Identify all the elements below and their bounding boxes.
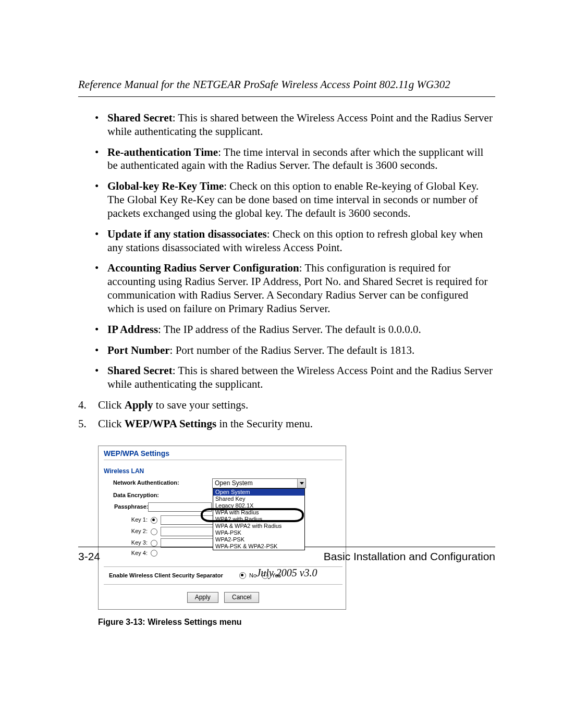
label-key3: Key 3: bbox=[108, 539, 151, 547]
page-number: 3-24 bbox=[78, 550, 100, 563]
numbered-steps: Click Apply to save your settings. Click… bbox=[78, 399, 495, 431]
bullet-term: Shared Secret bbox=[107, 364, 173, 377]
dropdown-option[interactable]: WPA-PSK bbox=[213, 529, 304, 536]
bullet-text: : The IP address of the Radius Server. T… bbox=[158, 323, 421, 336]
figure-caption: Figure 3-13: Wireless Settings menu bbox=[98, 617, 495, 627]
step-strong: Apply bbox=[125, 399, 153, 411]
passphrase-input[interactable] bbox=[148, 502, 212, 512]
bullet-item: IP Address: The IP address of the Radius… bbox=[107, 323, 495, 337]
label-data-encryption: Data Encryption: bbox=[104, 492, 212, 499]
select-current-value: Open System bbox=[213, 479, 305, 488]
chevron-down-icon[interactable] bbox=[297, 479, 305, 488]
header-rule bbox=[78, 96, 495, 97]
cancel-button[interactable]: Cancel bbox=[224, 592, 259, 603]
bullet-term: Shared Secret bbox=[107, 112, 173, 124]
bullet-list: Shared Secret: This is shared between th… bbox=[78, 112, 495, 391]
bullet-text: : Port number of the Radius Server. The … bbox=[170, 344, 415, 356]
step-pre: Click bbox=[98, 399, 125, 411]
wep-wpa-settings-panel: WEP/WPA Settings Wireless LAN Network Au… bbox=[98, 446, 346, 610]
bullet-term: Global-key Re-Key Time bbox=[107, 180, 224, 192]
running-header: Reference Manual for the NETGEAR ProSafe… bbox=[78, 78, 495, 91]
apply-button[interactable]: Apply bbox=[187, 592, 218, 603]
dropdown-option[interactable]: Open System bbox=[213, 489, 304, 496]
dropdown-option[interactable]: Legacy 802.1X bbox=[213, 502, 304, 509]
wireless-lan-title: Wireless LAN bbox=[104, 467, 342, 475]
network-authentication-select[interactable]: Open System Open System Shared Key Legac… bbox=[212, 478, 306, 488]
page: Reference Manual for the NETGEAR ProSafe… bbox=[0, 0, 563, 728]
dropdown-option[interactable]: WPA with Radius bbox=[213, 509, 304, 516]
bullet-term: IP Address bbox=[107, 323, 158, 336]
dropdown-option[interactable]: WPA & WPA2 with Radius bbox=[213, 523, 304, 529]
bullet-term: Accounting Radius Server Configuration bbox=[107, 262, 299, 274]
bullet-item: Shared Secret: This is shared between th… bbox=[107, 364, 495, 391]
step-item: Click WEP/WPA Settings in the Security m… bbox=[78, 417, 495, 431]
label-key2: Key 2: bbox=[108, 528, 151, 535]
dropdown-option[interactable]: WPA-PSK & WPA2-PSK bbox=[213, 543, 304, 550]
radio-key3[interactable] bbox=[151, 540, 157, 547]
button-row: Apply Cancel bbox=[104, 592, 342, 603]
bullet-term: Update if any station disassociates bbox=[107, 228, 267, 240]
panel-title: WEP/WPA Settings bbox=[104, 449, 342, 458]
bullet-item: Port Number: Port number of the Radius S… bbox=[107, 344, 495, 357]
radio-key1[interactable] bbox=[151, 517, 157, 524]
bullet-term: Port Number bbox=[107, 344, 170, 356]
bullet-item: Re-authentication Time: The time interva… bbox=[107, 146, 495, 173]
bullet-item: Global-key Re-Key Time: Check on this op… bbox=[107, 180, 495, 220]
dropdown-option[interactable]: WPA2 with Radius bbox=[213, 516, 304, 523]
bullet-term: Re-authentication Time bbox=[107, 146, 218, 158]
label-key1: Key 1: bbox=[108, 516, 151, 524]
row-network-authentication: Network Authentication: Open System Open… bbox=[104, 478, 342, 488]
step-post: to save your settings. bbox=[153, 399, 249, 411]
step-item: Click Apply to save your settings. bbox=[78, 399, 495, 412]
dropdown-option[interactable]: Shared Key bbox=[213, 496, 304, 502]
radio-key2[interactable] bbox=[151, 528, 157, 535]
label-passphrase: Passphrase: bbox=[114, 503, 148, 511]
dropdown-option[interactable]: WPA2-PSK bbox=[213, 536, 304, 543]
panel-divider bbox=[104, 460, 342, 460]
bullet-item: Update if any station disassociates: Che… bbox=[107, 228, 495, 255]
bullet-item: Accounting Radius Server Configuration: … bbox=[107, 262, 495, 315]
page-footer: 3-24 Basic Installation and Configuratio… bbox=[78, 547, 495, 579]
step-pre: Click bbox=[98, 417, 125, 430]
label-network-authentication: Network Authentication: bbox=[104, 479, 212, 487]
footer-version: July 2005 v3.0 bbox=[78, 567, 495, 579]
bullet-item: Shared Secret: This is shared between th… bbox=[107, 112, 495, 139]
figure: WEP/WPA Settings Wireless LAN Network Au… bbox=[98, 446, 495, 627]
network-auth-dropdown[interactable]: Open System Shared Key Legacy 802.1X WPA… bbox=[213, 488, 305, 550]
footer-section-title: Basic Installation and Configuration bbox=[324, 550, 495, 563]
step-post: in the Security menu. bbox=[216, 417, 313, 430]
step-strong: WEP/WPA Settings bbox=[125, 417, 216, 430]
